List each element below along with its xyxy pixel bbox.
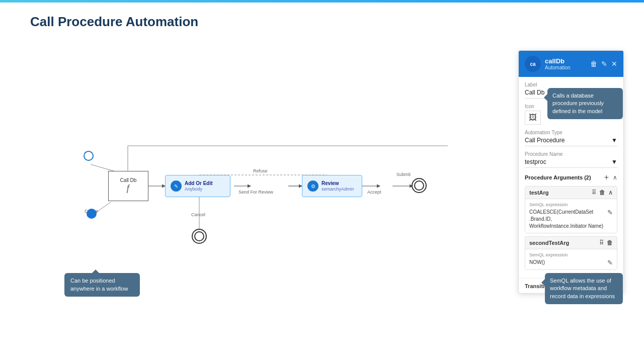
semql-label-secondtestarg: SemQL expression (529, 252, 613, 257)
arg-delete-icon[interactable]: 🗑 (599, 189, 605, 196)
workflow-lines: Refuse Submit Send For Review Accept Can… (30, 45, 448, 347)
svg-text:Send For Review: Send For Review (238, 190, 274, 195)
semql-expr-secondtestarg: NOW() ✎ (529, 259, 613, 266)
svg-text:Accept: Accept (367, 190, 381, 195)
svg-text:Submit: Submit (396, 172, 411, 177)
label-field-label: Label (525, 82, 617, 87)
panel-edit-icon[interactable]: ✎ (601, 60, 607, 68)
arg-body-secondtestarg: SemQL expression NOW() ✎ (525, 249, 617, 269)
edit-circle (84, 151, 94, 161)
cancel-end-circle (194, 231, 204, 241)
collapse-args-button[interactable]: ∧ (613, 174, 617, 181)
panel-header-left: ca callDb Automation (525, 56, 571, 72)
automation-type-select[interactable]: Call Procedure ▼ (525, 137, 617, 146)
semql-label-testarg: SemQL expression (529, 202, 613, 207)
arg-grid-icon-2[interactable]: ⠿ (599, 239, 604, 246)
semql-expr-text-testarg: COALESCE(CurrentDataSet.Brand.ID,Workflo… (529, 209, 604, 230)
review-sub: semarchyAdmin (321, 187, 354, 193)
top-accent-bar (0, 0, 644, 3)
arg-header-actions-testarg: ⠿ 🗑 ∧ (592, 189, 613, 196)
arg-name-secondtestarg: secondTestArg (529, 240, 569, 246)
arg-header-secondtestarg: secondTestArg ⠿ 🗑 (525, 237, 617, 249)
arg-name-testarg: testArg (529, 190, 549, 196)
create-circle (87, 209, 97, 219)
semql-edit-icon-secondtestarg[interactable]: ✎ (607, 259, 613, 266)
edit-node: Edit (85, 151, 93, 156)
procedure-args-actions: + ∧ (604, 173, 617, 182)
procedure-name-chevron: ▼ (611, 158, 617, 165)
arg-item-testarg: testArg ⠿ 🗑 ∧ SemQL expression COALESCE(… (525, 186, 617, 233)
automation-type-chevron: ▼ (611, 137, 617, 144)
add-arg-button[interactable]: + (604, 173, 609, 182)
procedure-name-field-group: Procedure Name testproc ▼ (525, 151, 617, 168)
procedure-name-select[interactable]: testproc ▼ (525, 158, 617, 168)
calldb-fx-icon: ƒ (126, 183, 131, 194)
arg-delete-icon-2[interactable]: 🗑 (607, 239, 613, 246)
svg-text:Refuse: Refuse (253, 168, 268, 173)
calldb-node[interactable]: Call Db ƒ (108, 171, 148, 201)
end-circle (414, 180, 424, 191)
workflow-canvas: Refuse Submit Send For Review Accept Can… (30, 45, 448, 347)
icon-field-value[interactable]: 🖼 (525, 111, 541, 125)
semql-expr-testarg: COALESCE(CurrentDataSet.Brand.ID,Workflo… (529, 209, 613, 230)
procedure-args-header: Procedure Arguments (2) + ∧ (525, 173, 617, 182)
panel-delete-icon[interactable]: 🗑 (590, 60, 597, 68)
panel-header: ca callDb Automation 🗑 ✎ ✕ (519, 51, 623, 77)
arg-grid-icon[interactable]: ⠿ (592, 189, 596, 196)
arg-body-testarg: SemQL expression COALESCE(CurrentDataSet… (525, 199, 617, 233)
add-or-edit-icon: ✎ (171, 180, 182, 192)
panel-header-info: callDb Automation (545, 57, 571, 70)
procedure-name-label: Procedure Name (525, 151, 617, 157)
automation-type-field-group: Automation Type Call Procedure ▼ (525, 130, 617, 146)
panel-avatar: ca (525, 56, 541, 72)
semql-edit-icon-testarg[interactable]: ✎ (607, 209, 613, 216)
review-icon: ⚙ (307, 180, 318, 192)
panel-close-icon[interactable]: ✕ (611, 60, 617, 68)
review-node[interactable]: ⚙ Review semarchyAdmin (302, 175, 362, 197)
tooltip-workflow-position: Can be positioned anywhere in a workflow (64, 273, 140, 297)
panel-header-subtitle: Automation (545, 65, 571, 70)
svg-text:Cancel: Cancel (191, 212, 205, 217)
arg-collapse-icon[interactable]: ∧ (608, 189, 613, 196)
right-panel: ca callDb Automation 🗑 ✎ ✕ Label Call Db… (518, 50, 624, 294)
panel-header-actions: 🗑 ✎ ✕ (590, 60, 617, 68)
add-or-edit-node[interactable]: ✎ Add Or Edit Anybody (165, 175, 230, 197)
procedure-name-value: testproc (525, 158, 546, 165)
tooltip-call-procedure: Calls a database procedure previously de… (547, 88, 623, 119)
arg-header-actions-secondtestarg: ⠿ 🗑 (599, 239, 613, 246)
procedure-args-title: Procedure Arguments (2) (525, 174, 591, 180)
add-or-edit-sub: Anybody (185, 187, 213, 193)
create-node: Create (85, 209, 98, 214)
automation-type-label: Automation Type (525, 130, 617, 135)
tooltip-semql: SemQL allows the use of workflow metadat… (545, 273, 623, 304)
arg-item-secondtestarg: secondTestArg ⠿ 🗑 SemQL expression NOW()… (525, 236, 617, 270)
calldb-top-label: Call Db (120, 177, 137, 183)
panel-header-title: callDb (545, 57, 571, 65)
review-name: Review (321, 180, 354, 187)
semql-expr-text-secondtestarg: NOW() (529, 259, 604, 266)
arg-header-testarg: testArg ⠿ 🗑 ∧ (525, 187, 617, 199)
add-or-edit-name: Add Or Edit (185, 180, 213, 187)
automation-type-value: Call Procedure (525, 137, 565, 144)
page-title: Call Procedure Automation (30, 14, 198, 30)
